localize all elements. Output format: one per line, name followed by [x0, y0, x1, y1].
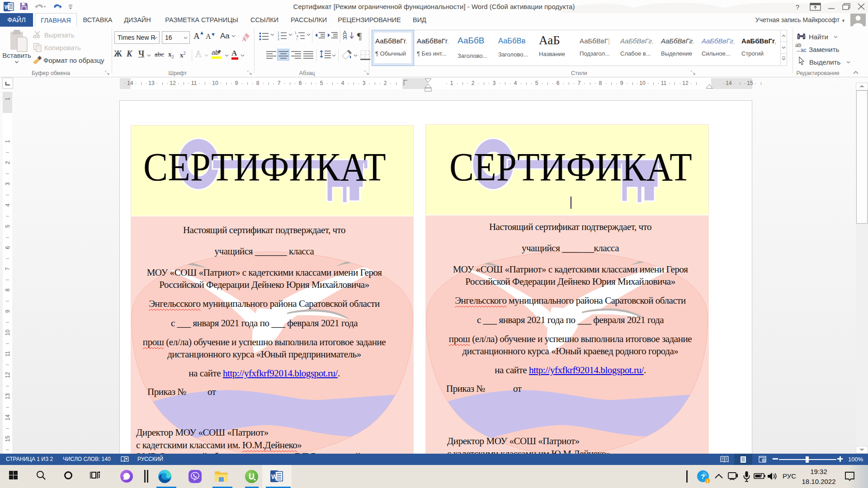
svg-text:?: ?: [796, 4, 799, 11]
svg-text:3: 3: [278, 38, 279, 41]
svg-text:1: 1: [278, 31, 279, 34]
svg-text:W: W: [5, 4, 10, 10]
svg-text:?: ?: [701, 473, 705, 480]
svg-text:i: i: [707, 479, 708, 483]
svg-text:A: A: [242, 36, 246, 42]
svg-text:W: W: [271, 473, 278, 480]
svg-text:i: i: [297, 38, 297, 41]
svg-text:1: 1: [295, 31, 297, 34]
